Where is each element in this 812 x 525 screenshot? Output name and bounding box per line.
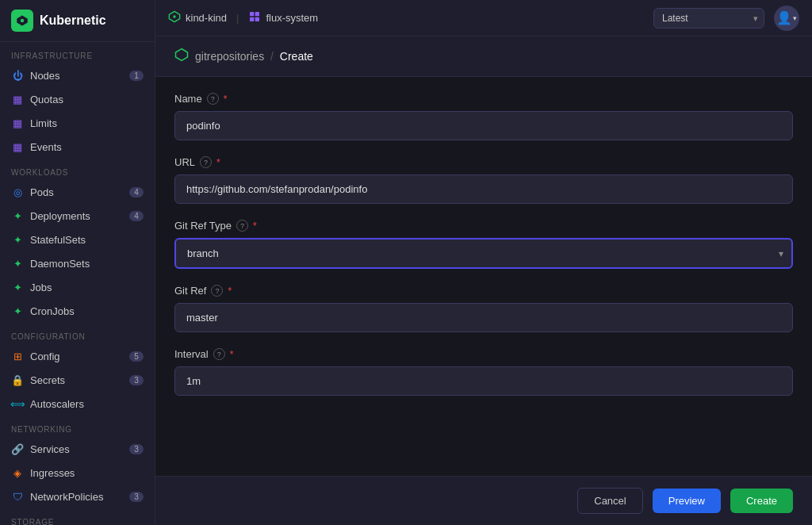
interval-input[interactable] [174,366,793,396]
sidebar-item-networkpolicies[interactable]: 🛡 NetworkPolicies 3 [0,485,155,508]
cluster-icon [168,10,181,25]
autoscalers-icon: ⟺ [11,397,24,410]
git-ref-type-field: Git Ref Type ? * branch tag commit semve… [174,220,793,269]
section-networking: Networking [0,416,155,437]
breadcrumb-parent[interactable]: gitrepositories [195,50,264,63]
sidebar-item-label: Autoscalers [30,398,84,410]
sidebar-item-label: Jobs [30,282,52,293]
git-ref-field: Git Ref ? * [174,285,793,332]
preview-button[interactable]: Preview [653,489,721,513]
breadcrumb: gitrepositories / Create [195,50,313,63]
sidebar-item-deployments[interactable]: ✦ Deployments 4 [0,204,155,228]
jobs-icon: ✦ [11,281,24,293]
interval-help-icon[interactable]: ? [213,348,225,360]
sidebar-item-autoscalers[interactable]: ⟺ Autoscalers [0,392,155,416]
sidebar-item-cronjobs[interactable]: ✦ CronJobs [0,299,155,323]
cluster-name: kind-kind [186,12,227,24]
networkpolicies-icon: 🛡 [11,490,24,503]
pods-icon: ◎ [11,186,24,198]
main-content: kind-kind | flux-system Latest 👤 ▾ [155,0,812,525]
sidebar-item-jobs[interactable]: ✦ Jobs [0,275,155,299]
git-ref-label: Git Ref ? * [174,285,793,297]
name-required-indicator: * [224,94,228,105]
name-help-icon[interactable]: ? [207,93,219,105]
sidebar-item-config[interactable]: ⊞ Config 5 [0,344,155,368]
sidebar-item-limits[interactable]: ▦ Limits [0,111,155,135]
url-label: URL ? * [174,156,793,168]
app-logo: Kubernetic [0,0,155,42]
topbar: kind-kind | flux-system Latest 👤 ▾ [155,0,812,36]
user-chevron-icon: ▾ [793,14,797,22]
topbar-separator: | [236,12,239,24]
sidebar-item-label: Pods [30,186,54,198]
svg-rect-7 [255,17,259,21]
secrets-icon: 🔒 [11,374,24,386]
sidebar-item-label: CronJobs [30,305,75,317]
sidebar-item-daemonsets[interactable]: ✦ DaemonSets [0,251,155,275]
sidebar-item-label: NetworkPolicies [30,491,103,503]
sidebar-item-services[interactable]: 🔗 Services 3 [0,437,155,461]
interval-label: Interval ? * [174,348,793,360]
namespace-icon [248,10,261,25]
app-name: Kubernetic [40,13,106,28]
sidebar-item-label: Events [30,141,62,153]
secrets-badge: 3 [129,375,144,385]
git-ref-required-indicator: * [228,285,232,297]
sidebar-item-pods[interactable]: ◎ Pods 4 [0,180,155,204]
deployments-icon: ✦ [11,209,24,222]
nodes-badge: 1 [129,71,144,81]
section-storage: Storage [0,508,155,525]
svg-point-1 [21,19,25,23]
form-footer: Cancel Preview Create [155,476,812,525]
url-input[interactable] [174,174,793,204]
config-badge: 5 [129,351,144,362]
deployments-badge: 4 [129,211,144,221]
git-ref-input[interactable] [174,303,793,332]
services-icon: 🔗 [11,443,24,455]
daemonsets-icon: ✦ [11,257,24,270]
sidebar-item-label: DaemonSets [30,258,90,270]
sidebar-item-label: Config [30,351,60,362]
svg-rect-4 [250,12,254,16]
sidebar-item-label: Deployments [30,210,90,222]
sidebar-item-secrets[interactable]: 🔒 Secrets 3 [0,368,155,392]
url-field: URL ? * [174,156,793,204]
breadcrumb-separator: / [270,50,277,63]
networkpolicies-badge: 3 [129,492,144,502]
url-help-icon[interactable]: ? [200,156,212,168]
git-ref-type-help-icon[interactable]: ? [236,220,248,232]
svg-rect-6 [250,17,254,21]
latest-dropdown[interactable]: Latest [653,8,764,29]
sidebar-item-events[interactable]: ▦ Events [0,135,155,159]
sidebar-item-label: StatefulSets [30,234,86,246]
cancel-button[interactable]: Cancel [577,488,642,514]
limits-icon: ▦ [11,117,24,129]
sidebar-item-ingresses[interactable]: ◈ Ingresses [0,461,155,485]
page-header: gitrepositories / Create [155,36,812,77]
sidebar: Kubernetic Infrastructure ⏻ Nodes 1 ▦ Qu… [0,0,155,525]
git-ref-type-required-indicator: * [253,220,257,232]
url-required-indicator: * [216,157,220,168]
pods-badge: 4 [129,187,144,197]
namespace-name: flux-system [266,12,318,24]
cluster-selector[interactable]: kind-kind [168,10,227,25]
git-ref-type-select[interactable]: branch tag commit semver [174,238,793,269]
sidebar-item-label: Limits [30,117,57,129]
create-form: Name ? * URL ? * Git Ref Type ? [155,77,812,476]
git-ref-help-icon[interactable]: ? [211,285,223,297]
name-label: Name ? * [174,93,793,105]
logo-icon [11,10,33,32]
user-menu[interactable]: 👤 ▾ [774,6,799,31]
create-button[interactable]: Create [730,489,793,513]
sidebar-item-label: Ingresses [30,467,75,479]
sidebar-item-label: Quotas [30,94,63,105]
latest-dropdown-wrapper: Latest [653,8,764,29]
namespace-selector[interactable]: flux-system [248,10,318,25]
sidebar-item-nodes[interactable]: ⏻ Nodes 1 [0,63,155,87]
services-badge: 3 [129,444,144,454]
git-ref-type-label: Git Ref Type ? * [174,220,793,232]
ingresses-icon: ◈ [11,466,24,479]
name-input[interactable] [174,111,793,140]
sidebar-item-quotas[interactable]: ▦ Quotas [0,87,155,111]
sidebar-item-statefulsets[interactable]: ✦ StatefulSets [0,228,155,251]
